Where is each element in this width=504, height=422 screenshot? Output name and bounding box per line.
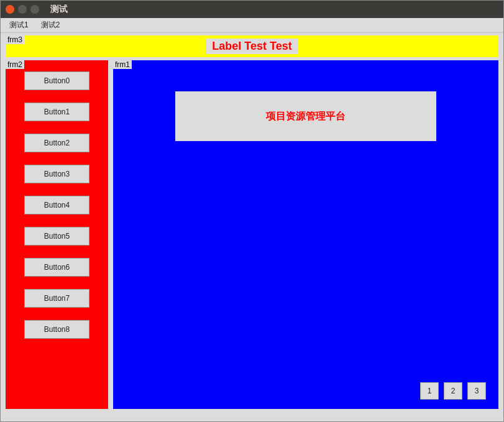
button-2[interactable]: Button2 <box>24 134 89 152</box>
button-5[interactable]: Button5 <box>24 227 89 245</box>
frm1-bottom-button-group: 1 2 3 <box>420 382 486 400</box>
button-7[interactable]: Button7 <box>24 289 89 308</box>
frm1-label: frm1 <box>113 60 132 69</box>
frm3-label: frm3 <box>6 35 24 44</box>
close-icon[interactable] <box>6 5 14 14</box>
frame-frm3: frm3 Label Test Test <box>6 35 498 57</box>
menubar: 测试1 测试2 <box>1 18 503 33</box>
menu-item-test1[interactable]: 测试1 <box>4 19 34 32</box>
window-title: 测试 <box>50 4 68 15</box>
button-1[interactable]: Button1 <box>24 103 89 121</box>
titlebar: 测试 <box>1 1 503 18</box>
button-8[interactable]: Button8 <box>24 320 89 339</box>
app-window: 测试 测试1 测试2 frm3 Label Test Test frm2 But… <box>0 0 504 422</box>
window-controls <box>6 5 39 14</box>
menu-item-test2[interactable]: 测试2 <box>36 19 65 32</box>
bottom-button-1[interactable]: 1 <box>420 382 439 400</box>
lower-panels: frm2 Button0 Button1 Button2 Button3 But… <box>6 60 498 409</box>
frm1-title-box: 项目资源管理平台 <box>175 91 436 141</box>
frame-frm2: frm2 Button0 Button1 Button2 Button3 But… <box>6 60 108 409</box>
content-area: frm3 Label Test Test frm2 Button0 Button… <box>1 33 503 421</box>
maximize-icon[interactable] <box>30 5 39 14</box>
bottom-button-2[interactable]: 2 <box>444 382 462 400</box>
button-0[interactable]: Button0 <box>24 71 89 90</box>
minimize-icon[interactable] <box>18 5 27 14</box>
button-4[interactable]: Button4 <box>24 196 89 214</box>
frm2-label: frm2 <box>6 60 24 69</box>
button-6[interactable]: Button6 <box>24 258 89 277</box>
bottom-button-3[interactable]: 3 <box>467 382 486 400</box>
frm3-title-label: Label Test Test <box>206 39 298 54</box>
button-3[interactable]: Button3 <box>24 165 89 183</box>
frame-frm1: frm1 项目资源管理平台 1 2 3 <box>113 60 498 409</box>
frm1-title-text: 项目资源管理平台 <box>266 110 346 123</box>
